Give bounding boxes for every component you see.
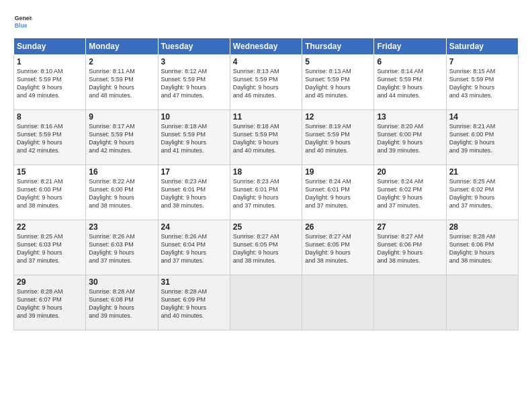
day-number: 3 [161,57,227,66]
calendar-cell: 15Sunrise: 8:21 AM Sunset: 6:00 PM Dayli… [14,165,86,220]
calendar-cell: 30Sunrise: 8:28 AM Sunset: 6:08 PM Dayli… [86,275,158,330]
weekday-tuesday: Tuesday [158,38,230,55]
calendar-cell: 14Sunrise: 8:21 AM Sunset: 6:00 PM Dayli… [446,110,518,165]
day-number: 4 [233,57,299,66]
day-info: Sunrise: 8:20 AM Sunset: 6:00 PM Dayligh… [377,122,443,155]
calendar-cell: 5Sunrise: 8:13 AM Sunset: 5:59 PM Daylig… [302,55,374,110]
weekday-thursday: Thursday [302,38,374,55]
day-info: Sunrise: 8:13 AM Sunset: 5:59 PM Dayligh… [233,67,299,100]
calendar-cell: 6Sunrise: 8:14 AM Sunset: 5:59 PM Daylig… [374,55,446,110]
calendar-cell: 18Sunrise: 8:23 AM Sunset: 6:01 PM Dayli… [230,165,302,220]
day-info: Sunrise: 8:15 AM Sunset: 5:59 PM Dayligh… [449,67,515,100]
day-info: Sunrise: 8:27 AM Sunset: 6:05 PM Dayligh… [305,232,371,265]
day-info: Sunrise: 8:18 AM Sunset: 5:59 PM Dayligh… [161,122,227,155]
calendar-cell: 10Sunrise: 8:18 AM Sunset: 5:59 PM Dayli… [158,110,230,165]
weekday-header-row: SundayMondayTuesdayWednesdayThursdayFrid… [14,38,519,55]
calendar-cell: 26Sunrise: 8:27 AM Sunset: 6:05 PM Dayli… [302,220,374,275]
weekday-wednesday: Wednesday [230,38,302,55]
weekday-monday: Monday [86,38,158,55]
day-number: 19 [305,167,371,177]
day-number: 9 [89,112,154,122]
calendar-cell: 9Sunrise: 8:17 AM Sunset: 5:59 PM Daylig… [86,110,158,165]
page: General Blue SundayMondayTuesdayWednesda… [0,0,532,411]
day-info: Sunrise: 8:23 AM Sunset: 6:01 PM Dayligh… [233,177,299,210]
day-info: Sunrise: 8:25 AM Sunset: 6:02 PM Dayligh… [449,177,515,210]
day-number: 20 [377,167,443,177]
calendar-cell: 3Sunrise: 8:12 AM Sunset: 5:59 PM Daylig… [158,55,230,110]
day-info: Sunrise: 8:24 AM Sunset: 6:01 PM Dayligh… [305,177,371,210]
day-info: Sunrise: 8:24 AM Sunset: 6:02 PM Dayligh… [377,177,443,210]
calendar-cell: 24Sunrise: 8:26 AM Sunset: 6:04 PM Dayli… [158,220,230,275]
calendar-table: SundayMondayTuesdayWednesdayThursdayFrid… [13,38,519,330]
calendar-cell: 27Sunrise: 8:27 AM Sunset: 6:06 PM Dayli… [374,220,446,275]
day-number: 22 [17,222,83,232]
calendar-cell [446,275,518,330]
day-number: 1 [17,57,83,66]
calendar-cell: 2Sunrise: 8:11 AM Sunset: 5:59 PM Daylig… [86,55,158,110]
day-number: 17 [161,167,227,177]
calendar-cell: 29Sunrise: 8:28 AM Sunset: 6:07 PM Dayli… [14,275,86,330]
calendar-cell: 31Sunrise: 8:28 AM Sunset: 6:09 PM Dayli… [158,275,230,330]
day-number: 30 [89,277,154,287]
header: General Blue [13,12,519,31]
calendar-cell: 4Sunrise: 8:13 AM Sunset: 5:59 PM Daylig… [230,55,302,110]
day-info: Sunrise: 8:17 AM Sunset: 5:59 PM Dayligh… [89,122,154,155]
day-info: Sunrise: 8:28 AM Sunset: 6:06 PM Dayligh… [449,232,515,265]
day-number: 13 [377,112,443,122]
day-info: Sunrise: 8:13 AM Sunset: 5:59 PM Dayligh… [305,67,371,100]
calendar-cell [230,275,302,330]
day-number: 18 [233,167,299,177]
day-info: Sunrise: 8:19 AM Sunset: 5:59 PM Dayligh… [305,122,371,155]
calendar-cell: 19Sunrise: 8:24 AM Sunset: 6:01 PM Dayli… [302,165,374,220]
day-info: Sunrise: 8:26 AM Sunset: 6:04 PM Dayligh… [161,232,227,265]
day-number: 7 [449,57,515,66]
day-info: Sunrise: 8:22 AM Sunset: 6:00 PM Dayligh… [89,177,154,210]
calendar-cell: 13Sunrise: 8:20 AM Sunset: 6:00 PM Dayli… [374,110,446,165]
day-info: Sunrise: 8:25 AM Sunset: 6:03 PM Dayligh… [17,232,83,265]
day-number: 5 [305,57,371,66]
calendar-week-1: 1Sunrise: 8:10 AM Sunset: 5:59 PM Daylig… [14,55,519,110]
day-info: Sunrise: 8:27 AM Sunset: 6:05 PM Dayligh… [233,232,299,265]
calendar-cell: 20Sunrise: 8:24 AM Sunset: 6:02 PM Dayli… [374,165,446,220]
calendar-cell: 23Sunrise: 8:26 AM Sunset: 6:03 PM Dayli… [86,220,158,275]
day-info: Sunrise: 8:28 AM Sunset: 6:08 PM Dayligh… [89,287,154,320]
day-number: 14 [449,112,515,122]
calendar-week-4: 22Sunrise: 8:25 AM Sunset: 6:03 PM Dayli… [14,220,519,275]
calendar-cell: 1Sunrise: 8:10 AM Sunset: 5:59 PM Daylig… [14,55,86,110]
day-info: Sunrise: 8:21 AM Sunset: 6:00 PM Dayligh… [449,122,515,155]
day-number: 27 [377,222,443,232]
day-number: 12 [305,112,371,122]
day-info: Sunrise: 8:16 AM Sunset: 5:59 PM Dayligh… [17,122,83,155]
calendar-cell: 11Sunrise: 8:18 AM Sunset: 5:59 PM Dayli… [230,110,302,165]
calendar-cell: 7Sunrise: 8:15 AM Sunset: 5:59 PM Daylig… [446,55,518,110]
day-info: Sunrise: 8:11 AM Sunset: 5:59 PM Dayligh… [89,67,154,100]
logo-icon: General Blue [13,12,32,31]
calendar-week-2: 8Sunrise: 8:16 AM Sunset: 5:59 PM Daylig… [14,110,519,165]
calendar-cell [374,275,446,330]
calendar-cell: 25Sunrise: 8:27 AM Sunset: 6:05 PM Dayli… [230,220,302,275]
calendar-cell: 22Sunrise: 8:25 AM Sunset: 6:03 PM Dayli… [14,220,86,275]
day-number: 16 [89,167,154,177]
day-number: 26 [305,222,371,232]
day-number: 8 [17,112,83,122]
day-number: 31 [161,277,227,287]
day-info: Sunrise: 8:12 AM Sunset: 5:59 PM Dayligh… [161,67,227,100]
day-number: 24 [161,222,227,232]
day-info: Sunrise: 8:21 AM Sunset: 6:00 PM Dayligh… [17,177,83,210]
day-info: Sunrise: 8:23 AM Sunset: 6:01 PM Dayligh… [161,177,227,210]
day-number: 11 [233,112,299,122]
day-info: Sunrise: 8:18 AM Sunset: 5:59 PM Dayligh… [233,122,299,155]
weekday-saturday: Saturday [446,38,518,55]
day-number: 6 [377,57,443,66]
day-info: Sunrise: 8:10 AM Sunset: 5:59 PM Dayligh… [17,67,83,100]
day-number: 25 [233,222,299,232]
weekday-sunday: Sunday [14,38,86,55]
day-info: Sunrise: 8:26 AM Sunset: 6:03 PM Dayligh… [89,232,154,265]
calendar-week-5: 29Sunrise: 8:28 AM Sunset: 6:07 PM Dayli… [14,275,519,330]
calendar-cell: 21Sunrise: 8:25 AM Sunset: 6:02 PM Dayli… [446,165,518,220]
calendar-cell: 12Sunrise: 8:19 AM Sunset: 5:59 PM Dayli… [302,110,374,165]
logo: General Blue [13,12,35,31]
day-info: Sunrise: 8:28 AM Sunset: 6:09 PM Dayligh… [161,287,227,320]
calendar-cell [302,275,374,330]
calendar-week-3: 15Sunrise: 8:21 AM Sunset: 6:00 PM Dayli… [14,165,519,220]
